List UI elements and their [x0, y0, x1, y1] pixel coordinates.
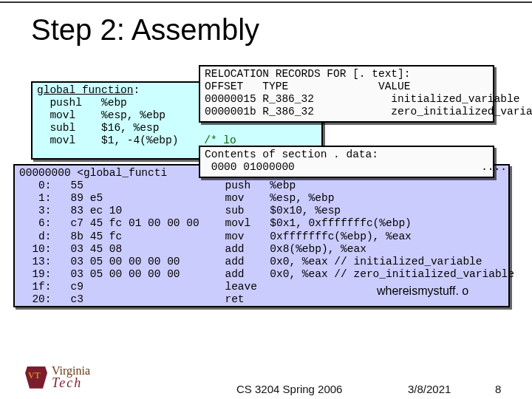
asm-fn-label: global_function: [37, 84, 134, 96]
asm-line: movl $1, -4(%ebp): [37, 134, 204, 146]
dis-line: 1f: c9 leave: [19, 281, 257, 293]
dis-line: 19: 03 05 00 00 00 00 add 0x0, %eax // z…: [19, 268, 514, 280]
dis-line: 1: 89 e5 mov %esp, %ebp: [19, 192, 334, 204]
footer-date: 3/8/2021: [408, 383, 451, 395]
object-file-label: whereismystuff. o: [377, 284, 468, 298]
top-rule: [0, 1, 532, 3]
logo-tech: Tech: [52, 377, 90, 389]
shield-icon: [25, 366, 47, 389]
logo-text: Virginia Tech: [52, 366, 90, 389]
footer-course: CS 3204 Spring 2006: [236, 383, 342, 395]
slide-title: Step 2: Assembly: [31, 13, 259, 47]
reloc-header: RELOCATION RECORDS FOR [. text]:: [205, 68, 410, 80]
dis-line: 13: 03 05 00 00 00 00 add 0x0, %eax // i…: [19, 256, 482, 267]
asm-line: pushl %ebp: [37, 97, 127, 109]
section-data-box: Contents of section . data: 0000 0100000…: [199, 146, 494, 178]
dis-line: 0: 55 push %ebp: [19, 180, 296, 191]
dis-line: 6: c7 45 fc 01 00 00 00 movl $0x1, 0xfff…: [19, 217, 412, 229]
asm-line: movl %esp, %ebp: [37, 109, 166, 121]
asm-line: subl $16, %esp: [37, 122, 159, 134]
relocation-records-box: RELOCATION RECORDS FOR [. text]: OFFSET …: [199, 65, 494, 123]
reloc-columns: OFFSET TYPE VALUE: [205, 81, 410, 92]
dis-line: 3: 83 ec 10 sub $0x10, %esp: [19, 205, 341, 216]
data-row: 0000 01000000 ....: [205, 161, 507, 173]
footer-page: 8: [495, 383, 501, 395]
data-header: Contents of section . data:: [205, 149, 378, 160]
reloc-row: 0000001b R_386_32 zero_initialized_varia…: [205, 106, 532, 117]
virginia-tech-logo: Virginia Tech: [25, 366, 90, 389]
dis-line: 20: c3 ret: [19, 293, 245, 305]
dis-line: d: 8b 45 fc mov 0xfffffffc(%ebp), %eax: [19, 231, 412, 242]
dis-line: 00000000 <global_functi: [19, 167, 167, 179]
dis-line: 10: 03 45 08 add 0x8(%ebp), %eax: [19, 243, 366, 255]
reloc-row: 00000015 R_386_32 initialized_variable: [205, 93, 519, 105]
